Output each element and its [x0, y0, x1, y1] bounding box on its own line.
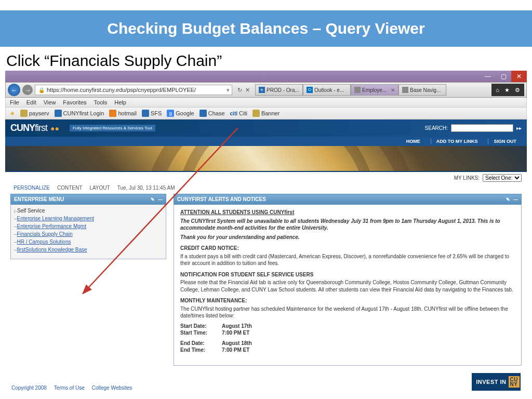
- search-go-icon[interactable]: ▸▸: [516, 125, 522, 131]
- refresh-icon[interactable]: ↻: [237, 87, 242, 94]
- close-button[interactable]: ✕: [511, 71, 527, 82]
- notice-heading: ATTENTION ALL STUDENTS USING CUNYfirst: [180, 209, 515, 216]
- star-icon[interactable]: ★: [10, 110, 15, 117]
- panel-header: CUNYFIRST ALERTS AND NOTICES ✎—: [174, 194, 522, 205]
- banner-image: [5, 146, 527, 172]
- ie-icon: e: [259, 87, 265, 93]
- tagline: Fully Integrated Resources & Services To…: [70, 125, 155, 131]
- maximize-button[interactable]: ▢: [496, 71, 511, 82]
- mylinks-select[interactable]: Select One:: [483, 174, 522, 182]
- menu-financials-supply-chain[interactable]: Financials Supply Chain: [14, 230, 163, 238]
- footer-websites[interactable]: College Websites: [92, 385, 132, 391]
- tab-content[interactable]: CONTENT: [57, 185, 82, 191]
- dropdown-icon[interactable]: ▾: [227, 87, 230, 94]
- ss-title: NOTIFICATION FOR STUDENT SELF SERVICE US…: [180, 271, 515, 278]
- maint-dates: Start Date:August 17th Start Time:7:00 P…: [180, 323, 515, 337]
- maint-dates-end: End Date:August 18th End Time:7:00 PM ET: [180, 340, 515, 354]
- menu-tools[interactable]: Tools: [94, 99, 108, 105]
- notice-maint-text: The CUNYfirst System will be unavailable…: [180, 218, 515, 232]
- bm-payserv[interactable]: payserv: [20, 110, 49, 117]
- url-bar[interactable]: 🔒 https://home.cunyfirst.cuny.edu/psp/cn…: [35, 85, 232, 95]
- cuny-header: CUNYfirst ●● Fully Integrated Resources …: [5, 119, 527, 137]
- tab-personalize[interactable]: PERSONALIZE: [14, 185, 50, 191]
- nav-addlinks[interactable]: ADD TO MY LINKS: [431, 139, 483, 144]
- tab-close-icon[interactable]: ✕: [391, 87, 395, 93]
- search-input[interactable]: [451, 124, 513, 132]
- menu-bar: File Edit View Favorites Tools Help: [5, 98, 527, 108]
- url-text: https://home.cunyfirst.cuny.edu/psp/cnye…: [47, 87, 196, 93]
- panel-title: CUNYFIRST ALERTS AND NOTICES: [177, 196, 266, 202]
- bm-citi[interactable]: citiCiti: [230, 110, 247, 116]
- menu-self-service[interactable]: Self Service: [14, 207, 163, 215]
- tab-basenav[interactable]: Base Navig...: [398, 84, 446, 96]
- page-icon: [402, 87, 408, 93]
- menu-help[interactable]: Help: [114, 99, 126, 105]
- menu-elm[interactable]: Enterprise Learning Management: [14, 215, 163, 222]
- favicon: [55, 110, 62, 117]
- content-row: ENTERPRISE MENU ✎— Self Service Enterpri…: [5, 192, 527, 368]
- nav-signout[interactable]: SIGN OUT: [488, 139, 522, 144]
- google-icon: g: [167, 110, 174, 117]
- bm-chase[interactable]: Chase: [200, 110, 225, 117]
- url-actions: ↻ ✕: [234, 87, 253, 94]
- slide-instruction: Click “Financials Supply Chain”: [0, 47, 532, 71]
- stop-icon[interactable]: ✕: [245, 87, 250, 94]
- nav-home[interactable]: HOME: [401, 139, 425, 144]
- menu-firstsolutions[interactable]: firstSolutions Knowledge Base: [14, 246, 163, 254]
- bm-hotmail[interactable]: hotmail: [109, 110, 136, 117]
- menu-epm[interactable]: Enterprise Performance Mgmt: [14, 222, 163, 230]
- settings-icon[interactable]: ⚙: [515, 87, 520, 94]
- tab-employee[interactable]: Employe...✕: [351, 84, 398, 96]
- lock-icon: 🔒: [38, 87, 45, 93]
- toolbar-right: ⌂ ★ ⚙: [491, 84, 524, 96]
- tabs-row: ePROD - Ora... OOutlook - e... Employe..…: [255, 84, 489, 96]
- panel-edit-icon[interactable]: ✎: [151, 197, 155, 202]
- footer-links: Copyright 2008 Terms of Use College Webs…: [11, 385, 132, 391]
- layout-tabs: PERSONALIZE CONTENT LAYOUT Tue, Jul 30, …: [5, 184, 527, 192]
- cc-title: CREDIT CARD NOTICE:: [180, 245, 515, 252]
- menu-view[interactable]: View: [44, 99, 56, 105]
- mm-body: The CUNYfirst hosting partner has schedu…: [180, 305, 515, 320]
- home-icon[interactable]: ⌂: [496, 87, 499, 93]
- tab-outlook[interactable]: OOutlook - e...: [303, 84, 351, 96]
- favicon: [142, 110, 149, 117]
- tab-layout[interactable]: LAYOUT: [89, 185, 110, 191]
- menu-hr-campus[interactable]: HR / Campus Solutions: [14, 238, 163, 246]
- panel-collapse-icon[interactable]: —: [158, 197, 163, 202]
- slide-title: Checking Budget Balances – Query Viewer: [0, 10, 532, 47]
- mm-title: MONTHLY MAINTENANCE:: [180, 297, 515, 304]
- notices-body: ATTENTION ALL STUDENTS USING CUNYfirst T…: [174, 205, 522, 366]
- tab-prod[interactable]: ePROD - Ora...: [255, 84, 303, 96]
- bm-cunyfirst[interactable]: CUNYfirst Login: [55, 110, 104, 117]
- minimize-button[interactable]: —: [480, 71, 496, 82]
- bm-sfs[interactable]: SFS: [142, 110, 162, 117]
- footer-copyright[interactable]: Copyright 2008: [11, 385, 47, 391]
- search-area: SEARCH: ▸▸: [425, 124, 522, 132]
- window-controls: — ▢ ✕: [5, 71, 527, 82]
- enterprise-menu-panel: ENTERPRISE MENU ✎— Self Service Enterpri…: [10, 194, 166, 366]
- bm-banner[interactable]: Banner: [252, 110, 280, 117]
- bm-google[interactable]: gGoogle: [167, 110, 194, 117]
- favicon: [200, 110, 207, 117]
- menu-favorites[interactable]: Favorites: [63, 99, 86, 105]
- invest-in-cuny-logo: INVEST IN CUNY: [472, 373, 521, 391]
- favicon: [20, 110, 28, 117]
- favicon: [252, 110, 260, 117]
- back-button[interactable]: ←: [8, 84, 20, 96]
- outlook-icon: O: [307, 87, 313, 93]
- menu-edit[interactable]: Edit: [26, 99, 36, 105]
- forward-button[interactable]: →: [22, 85, 33, 95]
- panel-title: ENTERPRISE MENU: [14, 196, 64, 202]
- panel-edit-icon[interactable]: ✎: [506, 197, 510, 202]
- favorites-icon[interactable]: ★: [504, 87, 510, 94]
- datetime: Tue, Jul 30, 13 11:45 AM: [117, 185, 175, 191]
- panel-collapse-icon[interactable]: —: [513, 197, 518, 202]
- cuny-logo: CUNYfirst: [10, 123, 47, 134]
- menu-body: Self Service Enterprise Learning Managem…: [10, 205, 166, 259]
- notice-thanks: Thank you for your understanding and pat…: [180, 234, 515, 241]
- bookmarks-bar: ★ payserv CUNYfirst Login hotmail SFS gG…: [5, 108, 527, 119]
- menu-file[interactable]: File: [10, 99, 19, 105]
- cc-body: If a student pays a bill with credit car…: [180, 253, 515, 267]
- footer-terms[interactable]: Terms of Use: [54, 385, 85, 391]
- logo-dots-icon: ●●: [50, 124, 59, 132]
